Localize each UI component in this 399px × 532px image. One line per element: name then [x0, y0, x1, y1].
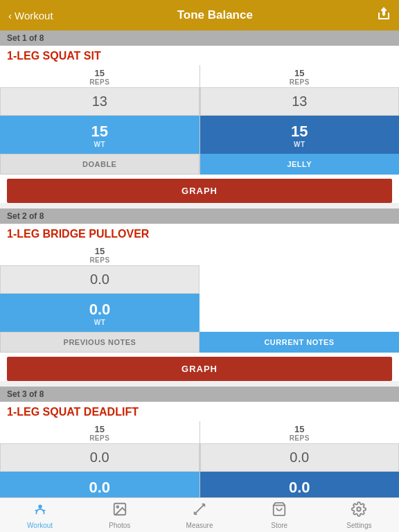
exercise-3-right-value[interactable]: 0.0: [200, 443, 400, 472]
exercise-block-2: 1-LEG BRIDGE PULLOVER 15 REPS 0.0 0.0 WT…: [0, 224, 399, 381]
share-icon[interactable]: [377, 7, 391, 24]
exercise-3-left-reps-label: REPS: [0, 434, 200, 442]
exercise-1-left-reps-header: 15 REPS: [0, 65, 200, 87]
exercise-1-left-reps-label: REPS: [0, 78, 200, 86]
exercise-1-right-reps-label: REPS: [200, 78, 400, 86]
exercise-1-left-wt-value: 15: [0, 123, 200, 141]
exercise-1-left-wt-cell[interactable]: 15 WT: [0, 116, 200, 154]
back-label: Workout: [15, 10, 53, 21]
exercise-3-left-reps-header: 15 REPS: [0, 421, 200, 443]
exercise-2-value[interactable]: 0.0: [0, 265, 200, 294]
exercise-3-title: 1-LEG SQUAT DEADLIFT: [0, 402, 399, 421]
exercise-1-left-reps-number: 15: [0, 68, 200, 78]
exercise-2-reps-label: REPS: [0, 256, 200, 264]
exercise-1-right-reps-header: 15 REPS: [200, 65, 400, 87]
exercise-2-wt-value: 0.0: [0, 301, 200, 319]
exercise-1-right-value[interactable]: 13: [200, 87, 400, 116]
set-2-label: Set 2 of 8: [0, 209, 399, 224]
exercise-3-left-wt-cell[interactable]: 0.0 WT: [0, 472, 200, 497]
set-3-label: Set 3 of 8: [0, 387, 399, 402]
exercise-3-left-wt-value: 0.0: [0, 479, 200, 497]
exercise-1-graph-button[interactable]: GRAPH: [7, 179, 392, 203]
exercise-1-columns: 15 REPS 13 15 WT DOABLE 15 REPS 13: [0, 65, 399, 175]
exercise-3-right-wt-cell[interactable]: 0.0 WT: [200, 472, 400, 497]
exercise-1-title: 1-LEG SQUAT SIT: [0, 46, 399, 65]
exercise-3-left-col: 15 REPS 0.0 0.0 WT PREVIOUS NOTES: [0, 421, 200, 497]
exercise-3-left-reps-number: 15: [0, 424, 200, 434]
exercise-1-right-wt-cell[interactable]: 15 WT: [200, 116, 400, 154]
exercise-1-left-col: 15 REPS 13 15 WT DOABLE: [0, 65, 200, 175]
exercise-1-right-col: 15 REPS 13 15 WT JELLY: [200, 65, 400, 175]
exercise-3-right-reps-number: 15: [200, 424, 400, 434]
exercise-block-3: 1-LEG SQUAT DEADLIFT 15 REPS 0.0 0.0 WT …: [0, 402, 399, 497]
main-scroll: Set 1 of 8 1-LEG SQUAT SIT 15 REPS 13 15…: [0, 30, 399, 497]
exercise-1-right-wt-value: 15: [200, 123, 400, 141]
exercise-2-curr-notes[interactable]: CURRENT NOTES: [200, 332, 399, 353]
exercise-2-single-col: 15 REPS 0.0 0.0 WT: [0, 243, 200, 332]
exercise-3-right-reps-header: 15 REPS: [200, 421, 400, 443]
exercise-1-right-wt-label: WT: [200, 141, 400, 151]
exercise-1-left-value[interactable]: 13: [0, 87, 200, 116]
exercise-3-right-wt-value: 0.0: [200, 479, 400, 497]
exercise-3-right-reps-label: REPS: [200, 434, 400, 442]
exercise-2-reps-number: 15: [0, 246, 200, 256]
back-button[interactable]: ‹ Workout: [8, 10, 53, 21]
exercise-block-1: 1-LEG SQUAT SIT 15 REPS 13 15 WT DOABLE …: [0, 46, 399, 203]
exercise-2-title: 1-LEG BRIDGE PULLOVER: [0, 224, 399, 243]
exercise-3-right-col: 15 REPS 0.0 0.0 WT CURRENT NOTES: [200, 421, 400, 497]
app-header: ‹ Workout Tone Balance: [0, 0, 399, 30]
exercise-1-right-reps-number: 15: [200, 68, 400, 78]
back-chevron-icon: ‹: [8, 10, 12, 21]
set-1-label: Set 1 of 8: [0, 30, 399, 46]
exercise-3-columns: 15 REPS 0.0 0.0 WT PREVIOUS NOTES 15 REP…: [0, 421, 399, 497]
exercise-3-left-value[interactable]: 0.0: [0, 443, 200, 472]
exercise-2-wt-label: WT: [0, 319, 200, 329]
exercise-2-wt-cell[interactable]: 0.0 WT: [0, 294, 200, 332]
exercise-1-left-note[interactable]: DOABLE: [0, 154, 200, 175]
exercise-2-reps-header: 15 REPS: [0, 243, 200, 265]
exercise-1-right-note[interactable]: JELLY: [200, 154, 400, 175]
exercise-2-graph-button[interactable]: GRAPH: [7, 357, 392, 381]
exercise-1-left-wt-label: WT: [0, 141, 200, 151]
exercise-2-prev-notes[interactable]: PREVIOUS NOTES: [0, 332, 200, 353]
header-title: Tone Balance: [177, 8, 253, 22]
exercise-2-notes-row: PREVIOUS NOTES CURRENT NOTES: [0, 332, 399, 353]
